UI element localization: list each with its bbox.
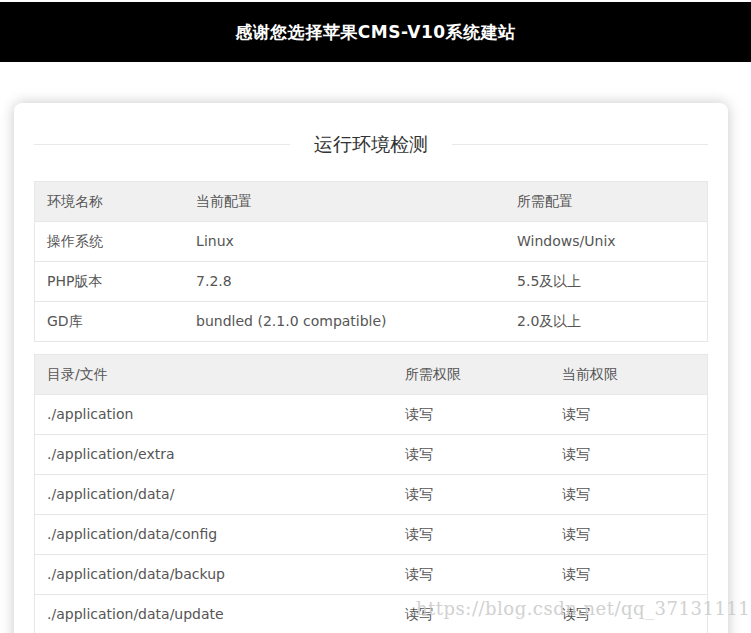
perm-current-cell: 读写 bbox=[550, 475, 708, 515]
env-required-cell: 2.0及以上 bbox=[505, 302, 707, 342]
perm-required-cell: 读写 bbox=[393, 595, 550, 633]
table-row: ./application 读写 读写 bbox=[35, 395, 708, 435]
perm-current-cell: 读写 bbox=[550, 395, 708, 435]
table-row: GD库 bundled (2.1.0 compatible) 2.0及以上 bbox=[35, 302, 708, 342]
dir-path-cell: ./application/extra bbox=[35, 435, 393, 475]
header-cell-current-conf: 当前配置 bbox=[184, 182, 505, 222]
header-cell-required-perm: 所需权限 bbox=[393, 355, 550, 395]
perm-current-cell: 读写 bbox=[550, 595, 708, 633]
header-cell-current-perm: 当前权限 bbox=[550, 355, 708, 395]
perm-required-cell: 读写 bbox=[393, 555, 550, 595]
perm-current-cell: 读写 bbox=[550, 515, 708, 555]
header-cell-required-conf: 所需配置 bbox=[505, 182, 707, 222]
permissions-table: 目录/文件 所需权限 当前权限 ./application 读写 读写 ./ap… bbox=[34, 354, 708, 633]
dir-path-cell: ./application/data/backup bbox=[35, 555, 393, 595]
table-row: 操作系统 Linux Windows/Unix bbox=[35, 222, 708, 262]
header-cell-env-name: 环境名称 bbox=[35, 182, 185, 222]
perm-required-cell: 读写 bbox=[393, 515, 550, 555]
dir-path-cell: ./application/data/update bbox=[35, 595, 393, 633]
table-row: PHP版本 7.2.8 5.5及以上 bbox=[35, 262, 708, 302]
table-row: ./application/data/ 读写 读写 bbox=[35, 475, 708, 515]
header-cell-dir-file: 目录/文件 bbox=[35, 355, 393, 395]
env-current-cell: Linux bbox=[184, 222, 505, 262]
banner-title: 感谢您选择苹果CMS-V10系统建站 bbox=[235, 22, 515, 42]
env-name-cell: PHP版本 bbox=[35, 262, 185, 302]
perm-required-cell: 读写 bbox=[393, 435, 550, 475]
section-title-divider: 运行环境检测 bbox=[34, 131, 708, 157]
dir-path-cell: ./application/data/ bbox=[35, 475, 393, 515]
install-check-card: 运行环境检测 环境名称 当前配置 所需配置 操作系统 Linux Windows… bbox=[14, 103, 728, 633]
perm-current-cell: 读写 bbox=[550, 555, 708, 595]
table-row: ./application/data/update 读写 读写 bbox=[35, 595, 708, 633]
dir-path-cell: ./application/data/config bbox=[35, 515, 393, 555]
env-name-cell: GD库 bbox=[35, 302, 185, 342]
table-row: ./application/data/backup 读写 读写 bbox=[35, 555, 708, 595]
env-required-cell: 5.5及以上 bbox=[505, 262, 707, 302]
env-current-cell: 7.2.8 bbox=[184, 262, 505, 302]
perm-required-cell: 读写 bbox=[393, 475, 550, 515]
table-row: ./application/extra 读写 读写 bbox=[35, 435, 708, 475]
table-row: ./application/data/config 读写 读写 bbox=[35, 515, 708, 555]
environment-table-header-row: 环境名称 当前配置 所需配置 bbox=[35, 182, 708, 222]
perm-current-cell: 读写 bbox=[550, 435, 708, 475]
env-current-cell: bundled (2.1.0 compatible) bbox=[184, 302, 505, 342]
perm-required-cell: 读写 bbox=[393, 395, 550, 435]
dir-path-cell: ./application bbox=[35, 395, 393, 435]
permissions-table-header-row: 目录/文件 所需权限 当前权限 bbox=[35, 355, 708, 395]
env-name-cell: 操作系统 bbox=[35, 222, 185, 262]
section-title: 运行环境检测 bbox=[290, 131, 452, 157]
top-banner: 感谢您选择苹果CMS-V10系统建站 bbox=[0, 2, 751, 62]
env-required-cell: Windows/Unix bbox=[505, 222, 707, 262]
environment-table: 环境名称 当前配置 所需配置 操作系统 Linux Windows/Unix P… bbox=[34, 181, 708, 342]
